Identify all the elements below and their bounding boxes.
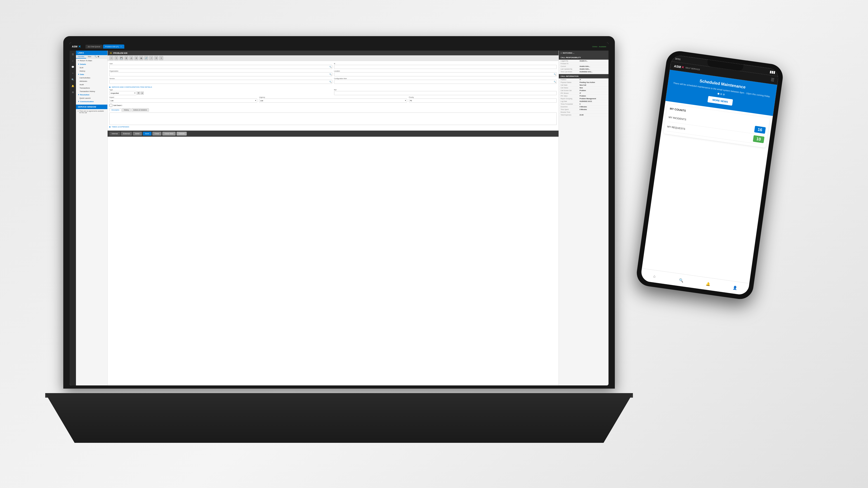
nav-history[interactable]: History — [76, 69, 107, 73]
link-btn[interactable]: 🔗 — [144, 56, 148, 60]
phone-menu-icon[interactable]: ☰ — [770, 77, 775, 83]
urgency-select[interactable]: Low ▾ — [259, 98, 407, 103]
org-input[interactable] — [110, 72, 332, 76]
type-value: Unspecified — [111, 92, 119, 94]
grid-icon[interactable]: ⊞ — [98, 56, 99, 58]
call-responsibility-header: CALL RESPONSIBILITY — [559, 55, 609, 60]
plus-icon-btn[interactable]: ＋ — [70, 71, 75, 75]
nav-group-data[interactable]: ▼ Data — [76, 73, 107, 76]
impact-row: Impact Low ▾ Urgency — [110, 96, 557, 103]
problem-tab[interactable]: Problem 639 (IT) ✕ — [103, 44, 124, 48]
priority-input[interactable] — [409, 98, 557, 103]
config-input[interactable] — [334, 80, 557, 84]
time-spent-label: Time Spent — [561, 109, 579, 110]
phone-logo-text: ASM — [674, 64, 681, 69]
nav-group-details[interactable]: ▼ Details — [76, 63, 107, 66]
physical-status-value: Pending Your Action — [580, 82, 595, 83]
desc-tab-history[interactable]: History — [122, 108, 131, 111]
nav-tab-favorites[interactable]: Favorites — [76, 55, 86, 59]
links-header: LINKS — [76, 51, 107, 55]
bell-icon-btn[interactable]: 🔔 — [70, 84, 75, 88]
chat-queue-tab[interactable]: (0) Chat Queue — [86, 45, 102, 48]
ref-input-wrapper — [334, 91, 557, 95]
phone-nav-bell-icon[interactable]: 🔔 — [704, 280, 712, 288]
print-btn[interactable]: 🖨 — [129, 56, 133, 60]
impact-select[interactable]: Low ▾ — [110, 98, 257, 103]
service-config-section[interactable]: ▶ SERVICE AND CONFIGURATION ITEM DETAILS — [110, 85, 557, 89]
type-clear-btn[interactable]: ✕ — [137, 92, 140, 95]
ref-field: Ref — [334, 89, 557, 95]
urgency-label: Urgency — [259, 96, 407, 98]
defer-btn[interactable]: Defer — [133, 132, 142, 135]
ref-input[interactable] — [334, 91, 557, 95]
grid2-toolbar-btn[interactable]: ▦ — [139, 56, 143, 60]
service-input[interactable] — [110, 80, 332, 84]
nav-slm[interactable]: SLM — [76, 66, 107, 69]
nav-quick-launch[interactable]: Quick Launch — [76, 96, 107, 100]
home-icon-btn[interactable]: ⌂ — [70, 58, 75, 63]
nav-transaction-history[interactable]: Transaction History — [76, 90, 107, 93]
chat-icon-btn[interactable]: 💬 — [70, 65, 75, 69]
times-expenses-section[interactable]: ▶ TIMES & EXPENSES — [110, 125, 557, 129]
current-label: Current — [561, 66, 579, 67]
nav-call-activities[interactable]: Call Activities — [76, 76, 107, 79]
copy-btn[interactable]: ⎘ — [114, 56, 119, 60]
expand-matching-icon[interactable]: « — [561, 52, 562, 54]
delete-btn[interactable]: 🗑 — [124, 56, 128, 60]
log-date-value: 01/29/2022 16:21 — [580, 101, 592, 102]
type-list-btn[interactable]: ≡ — [141, 92, 144, 95]
nav-audit[interactable]: Audit — [76, 83, 107, 86]
service-search-icon: 🔍 — [329, 81, 332, 83]
internal-btn[interactable]: Internal — [110, 132, 120, 135]
resolve-time-row: Resolve Time — [559, 111, 609, 113]
save-toolbar-btn[interactable]: 💾 — [119, 56, 123, 60]
desc-tab-actions[interactable]: Actions & Solutions — [131, 108, 149, 111]
grid-toolbar-btn[interactable]: ⊞ — [134, 56, 138, 60]
search-icon-btn[interactable]: 🔍 — [70, 77, 75, 82]
nav-group-resolution[interactable]: ▼ Resolution — [76, 93, 107, 96]
location-field: Location 🔍 — [334, 70, 557, 76]
tab-close-icon[interactable]: ✕ — [120, 45, 122, 48]
edit-btn[interactable]: ✏ — [110, 56, 114, 60]
requests-count: 10 — [753, 135, 765, 143]
last-updated-value: Anable Adm... — [580, 68, 590, 70]
service-input-wrapper: 🔍 — [110, 80, 332, 84]
menu-icon-btn[interactable]: ☰ — [70, 52, 75, 57]
ipk-stream-label: IPK Stream — [561, 92, 579, 94]
location-input[interactable] — [334, 72, 557, 76]
type-select[interactable]: Unspecified ▾ — [110, 91, 136, 95]
physical-status-label: Physical Status — [561, 82, 579, 83]
phone-nav-search-icon[interactable]: 🔍 — [677, 276, 685, 284]
impact-label: Impact — [110, 96, 257, 98]
external-btn[interactable]: External — [121, 132, 132, 135]
nav-return-to-main[interactable]: ↩ Return To Main — [76, 59, 107, 63]
user-input[interactable] — [110, 65, 332, 69]
service-row: Service 🔍 Configuration Item — [110, 78, 557, 84]
phone-wrapper: 18:51 192.168.1.102 ▊▊▊ ASM ✕ SELF SERVI… — [635, 50, 784, 301]
phone-nav-person-icon[interactable]: 👤 — [731, 284, 739, 291]
til-input[interactable] — [334, 65, 557, 69]
more-news-btn[interactable]: MORE NEWS — [708, 96, 733, 106]
nav-tab-main[interactable]: Main — [86, 55, 93, 59]
phone-nav-home-icon[interactable]: ⌂ — [651, 272, 658, 280]
cancel-btn[interactable]: Cancel — [177, 132, 187, 135]
save-btn[interactable]: Save — [143, 132, 151, 135]
call-check-checkbox[interactable] — [110, 104, 112, 107]
til-label: til — [334, 63, 557, 64]
main-layout: ☰ ⌂ 💬 ＋ 🔍 🔔 ⚙ LINKS Favorite — [70, 51, 609, 385]
tab-bar: (0) Chat Queue Problem 639 (IT) ✕ — [86, 44, 590, 48]
gear-btn[interactable]: ⚙ — [154, 56, 158, 60]
info-toolbar-btn[interactable]: ℹ — [159, 56, 163, 60]
settings-icon-btn[interactable]: ⚙ — [70, 90, 75, 94]
nav-attributes[interactable]: Attributes — [76, 79, 107, 83]
close-btn[interactable]: Close — [152, 132, 161, 135]
nav-group-communication[interactable]: ▼ Communication — [76, 100, 107, 103]
nav-transactions[interactable]: Transactions — [76, 86, 107, 90]
arrow-btn[interactable]: ↗ — [149, 56, 153, 60]
desc-tab-description[interactable]: Description — [110, 108, 121, 111]
search-small-icon[interactable]: 🔍 — [94, 56, 97, 58]
description-area[interactable] — [110, 112, 557, 125]
dot-indicator — [720, 93, 722, 95]
close-new-btn[interactable]: Close New — [162, 132, 176, 135]
impact-chevron-icon: ▾ — [255, 100, 256, 101]
